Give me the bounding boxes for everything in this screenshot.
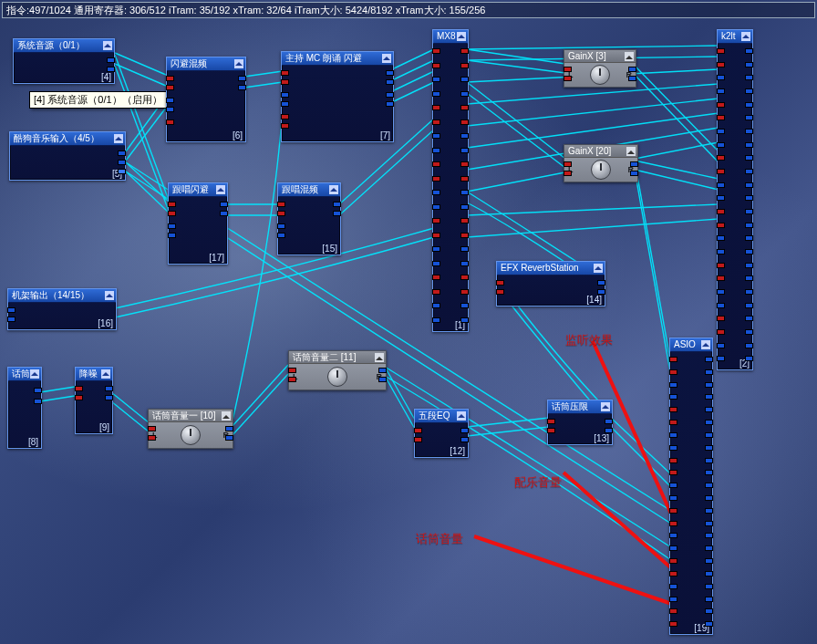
port-in[interactable]	[717, 316, 725, 321]
port-in[interactable]	[414, 428, 422, 433]
port-out[interactable]	[745, 289, 753, 295]
port-in[interactable]	[564, 67, 572, 72]
port-in[interactable]	[7, 307, 16, 313]
port-out[interactable]	[238, 76, 246, 81]
port-in[interactable]	[669, 571, 677, 576]
node-title[interactable]: MX8	[433, 30, 468, 44]
port-out[interactable]	[460, 218, 469, 223]
port-in[interactable]	[496, 280, 504, 286]
port-in[interactable]	[669, 432, 677, 438]
port-in[interactable]	[277, 211, 285, 216]
port-out[interactable]	[705, 495, 713, 501]
node-ducking-mix[interactable]: 闪避混频 [6]	[166, 57, 246, 142]
port-out[interactable]	[705, 483, 713, 488]
port-in[interactable]	[669, 597, 677, 602]
port-out[interactable]	[460, 233, 469, 238]
port-in[interactable]	[281, 114, 289, 119]
port-out[interactable]	[460, 246, 469, 252]
node-title[interactable]: 五段EQ	[415, 410, 468, 423]
port-out[interactable]	[705, 470, 713, 475]
port-out[interactable]	[705, 608, 713, 614]
collapse-icon[interactable]	[234, 59, 243, 68]
gain-knob[interactable]	[590, 65, 610, 85]
port-out[interactable]	[705, 394, 713, 400]
collapse-icon[interactable]	[105, 291, 114, 300]
port-out[interactable]	[460, 133, 469, 139]
port-in[interactable]	[277, 223, 285, 229]
port-out[interactable]	[460, 261, 469, 266]
collapse-icon[interactable]	[114, 134, 123, 143]
port-in[interactable]	[432, 161, 440, 167]
port-in[interactable]	[7, 317, 16, 322]
port-out[interactable]	[745, 75, 753, 80]
port-in[interactable]	[669, 394, 677, 400]
port-in[interactable]	[277, 233, 285, 238]
port-out[interactable]	[460, 91, 469, 97]
port-in[interactable]	[717, 223, 725, 228]
port-in[interactable]	[669, 584, 677, 589]
node-title[interactable]: 酷狗音乐输入（4/5）	[10, 132, 125, 146]
port-in[interactable]	[669, 470, 677, 475]
port-out[interactable]	[460, 437, 469, 442]
port-in[interactable]	[717, 289, 725, 295]
collapse-icon[interactable]	[457, 32, 466, 41]
gain-knob[interactable]	[591, 160, 611, 180]
port-in[interactable]	[564, 76, 572, 81]
port-in[interactable]	[717, 275, 725, 281]
port-out[interactable]	[705, 445, 713, 451]
port-in[interactable]	[717, 356, 725, 361]
node-title[interactable]: GainX [3]	[564, 50, 636, 63]
port-in[interactable]	[669, 495, 677, 501]
port-in[interactable]	[717, 142, 725, 148]
port-in[interactable]	[166, 76, 174, 81]
node-asio[interactable]: ASIO [19]	[669, 338, 713, 635]
port-in[interactable]	[564, 171, 572, 176]
node-mic-vol-2[interactable]: 话筒音量二 [11] L R	[288, 350, 387, 390]
port-out[interactable]	[705, 521, 713, 526]
port-out[interactable]	[605, 419, 613, 424]
port-in[interactable]	[669, 545, 677, 551]
port-in[interactable]	[432, 77, 440, 82]
port-out[interactable]	[105, 395, 113, 400]
port-in[interactable]	[669, 521, 677, 526]
port-in[interactable]	[281, 79, 289, 85]
port-in[interactable]	[432, 204, 440, 210]
port-in[interactable]	[669, 420, 677, 425]
port-out[interactable]	[705, 621, 713, 627]
port-in[interactable]	[669, 382, 677, 388]
collapse-icon[interactable]	[741, 32, 750, 41]
port-in[interactable]	[432, 233, 440, 238]
port-out[interactable]	[34, 399, 42, 404]
port-out[interactable]	[745, 275, 753, 281]
port-out[interactable]	[460, 48, 469, 54]
port-out[interactable]	[333, 211, 341, 216]
node-gainx-20[interactable]: GainX [20] L R	[564, 144, 638, 182]
node-title[interactable]: 话筒音量二 [11]	[289, 351, 386, 364]
port-out[interactable]	[705, 571, 713, 576]
port-in[interactable]	[669, 458, 677, 463]
port-out[interactable]	[745, 356, 753, 361]
port-out[interactable]	[107, 57, 115, 63]
port-out[interactable]	[745, 88, 753, 94]
port-in[interactable]	[166, 119, 174, 125]
port-in[interactable]	[168, 202, 176, 207]
port-in[interactable]	[717, 182, 725, 188]
port-out[interactable]	[118, 151, 126, 156]
port-in[interactable]	[717, 343, 725, 348]
port-out[interactable]	[745, 316, 753, 321]
port-in[interactable]	[717, 209, 725, 214]
port-out[interactable]	[745, 209, 753, 214]
port-in[interactable]	[432, 148, 440, 153]
port-out[interactable]	[705, 407, 713, 412]
port-out[interactable]	[705, 597, 713, 602]
node-title[interactable]: ASIO	[670, 338, 712, 352]
collapse-icon[interactable]	[701, 340, 710, 349]
port-out[interactable]	[460, 317, 469, 323]
port-out[interactable]	[386, 70, 394, 76]
port-in[interactable]	[669, 369, 677, 375]
collapse-icon[interactable]	[103, 41, 112, 50]
port-out[interactable]	[460, 303, 469, 308]
port-in[interactable]	[432, 289, 440, 295]
node-title[interactable]: 闪避混频	[167, 57, 245, 71]
port-in[interactable]	[717, 235, 725, 241]
